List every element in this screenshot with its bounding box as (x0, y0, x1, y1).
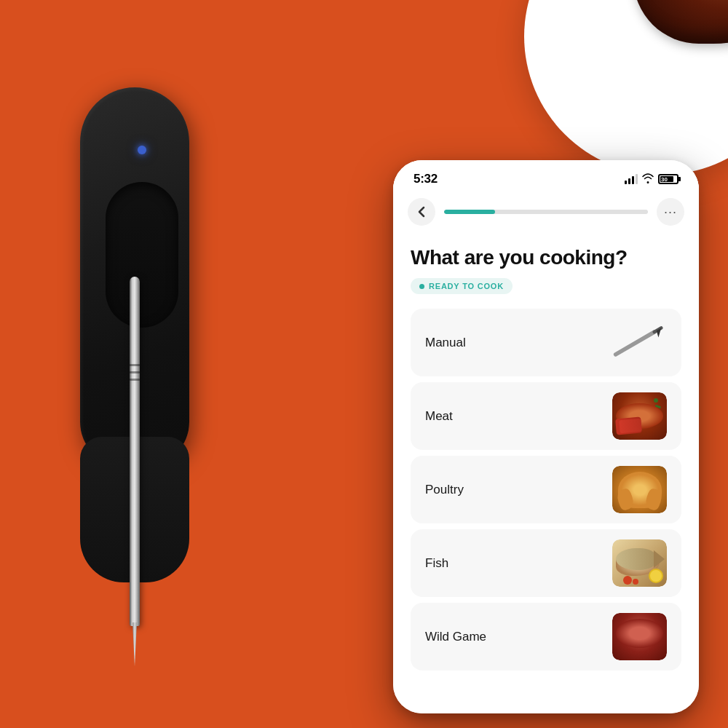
signal-bar-2 (628, 178, 630, 184)
food-label-fish: Fish (425, 556, 448, 571)
status-icons: 30 (625, 173, 678, 186)
probe-device (73, 87, 197, 655)
food-item-fish[interactable]: Fish (411, 529, 681, 597)
probe-led (138, 146, 146, 154)
more-icon: ··· (664, 205, 677, 220)
food-label-meat: Meat (425, 409, 453, 424)
food-image-poultry (612, 466, 667, 513)
progress-fill (444, 210, 495, 214)
signal-bar-1 (625, 181, 627, 184)
food-label-wild-game: Wild Game (425, 630, 486, 644)
food-item-meat[interactable]: Meat (411, 382, 681, 450)
status-time: 5:32 (414, 172, 438, 186)
back-button[interactable] (408, 198, 435, 226)
food-item-manual[interactable]: Manual (411, 309, 681, 376)
svg-line-0 (616, 332, 654, 355)
more-button[interactable]: ··· (657, 198, 684, 226)
food-image-meat (612, 392, 667, 440)
wifi-icon (642, 173, 654, 186)
probe-stick (130, 277, 140, 626)
ready-badge: READY TO COOK (411, 278, 513, 294)
signal-bars-icon (625, 174, 638, 184)
badge-label: READY TO COOK (429, 282, 504, 290)
steak-image (633, 0, 728, 44)
probe-groove-3 (130, 379, 140, 381)
food-list: Manual Meat (411, 309, 681, 670)
plate (524, 0, 728, 175)
probe-groove-2 (130, 371, 140, 373)
food-image-manual (612, 319, 667, 366)
probe-holder (106, 182, 178, 328)
food-image-wild-game (612, 613, 667, 660)
battery-label: 30 (661, 176, 668, 183)
signal-bar-3 (632, 176, 634, 184)
food-label-manual: Manual (425, 336, 466, 350)
probe-groove-1 (130, 364, 140, 366)
nav-bar: ··· (393, 192, 699, 234)
food-label-poultry: Poultry (425, 483, 464, 497)
phone-screen: 5:32 30 (393, 160, 699, 713)
food-item-wild-game[interactable]: Wild Game (411, 603, 681, 670)
badge-dot-icon (419, 284, 424, 289)
progress-bar (444, 210, 648, 214)
status-bar: 5:32 30 (393, 160, 699, 192)
phone: 5:32 30 (393, 160, 699, 713)
food-image-fish (612, 539, 667, 587)
content-area: What are you cooking? READY TO COOK Manu… (393, 234, 699, 670)
food-item-poultry[interactable]: Poultry (411, 456, 681, 523)
battery-icon: 30 (658, 174, 678, 184)
page-title: What are you cooking? (411, 246, 681, 269)
signal-bar-4 (636, 174, 638, 184)
